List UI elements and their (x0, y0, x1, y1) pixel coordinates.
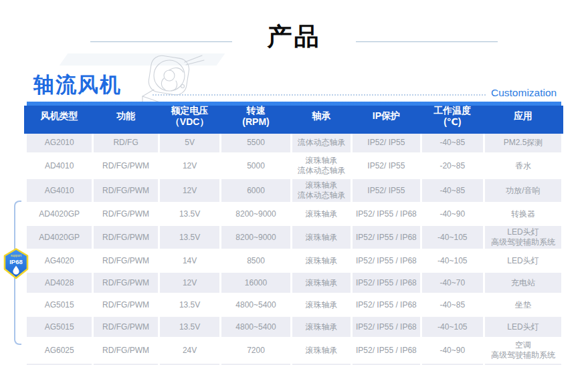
cell-temp: -40~85 (422, 179, 484, 202)
cell-app: 坐垫 (485, 295, 561, 315)
cell-app: 充电站 (485, 273, 561, 293)
column-header-application: 应用 (485, 110, 561, 122)
customization-link[interactable]: Customization (491, 87, 557, 99)
cell-func: RD/FG/PWM (94, 317, 157, 337)
cell-voltage: 24V (160, 339, 220, 362)
badge-support-label: support (11, 254, 22, 257)
cell-temp: -40~105 (422, 251, 484, 271)
cell-bearing: 滚珠轴承 (292, 204, 351, 224)
column-header-function: 功能 (94, 110, 157, 122)
table-header-row: 风机类型 功能 额定电压 （VDC） 转速 (RPM) 轴承 IP保护 工作温度… (27, 102, 561, 130)
dotted-divider (153, 94, 486, 96)
cell-app: LED头灯 (485, 317, 561, 337)
column-header-voltage: 额定电压 （VDC） (160, 105, 220, 128)
cell-bearing: 滚珠轴承 (292, 339, 351, 362)
cell-voltage: 13.5V (160, 204, 220, 224)
cell-ip: IP52/ IP55 / IP68 (353, 273, 419, 293)
product-table: 风机类型 功能 额定电压 （VDC） 转速 (RPM) 轴承 IP保护 工作温度… (27, 102, 561, 365)
table-row: AD4020GPRD/FG/PWM13.5V8200~9000滚珠轴承IP52/… (27, 204, 561, 224)
cell-func: RD/FG/PWM (94, 154, 157, 177)
cell-app: LED头灯 (485, 251, 561, 271)
column-header-bearing: 轴承 (292, 110, 351, 122)
cell-ip: IP52/ IP55 / IP68 (353, 339, 419, 362)
cell-bearing: 滚珠轴承 (292, 317, 351, 337)
cell-voltage: 13.5V (160, 317, 220, 337)
cell-temp: -40~85 (422, 295, 484, 315)
column-header-temperature: 工作温度 (℃) (422, 105, 484, 128)
cell-func: RD/FG/PWM (94, 273, 157, 293)
cell-type: AG5015 (27, 295, 92, 315)
table-row: AG2010RD/FG5V5500流体动态轴承IP52/ IP55-40~85P… (27, 132, 561, 152)
cell-ip: IP52/ IP55 / IP68 (353, 204, 419, 224)
cell-ip: IP52/ IP55 / IP68 (353, 226, 419, 249)
cell-bearing: 滚珠轴承 (292, 251, 351, 271)
cell-ip: IP52/ IP55 / IP68 (353, 317, 419, 337)
cell-app: 香水 (485, 154, 561, 177)
cell-func: RD/FG/PWM (94, 226, 157, 249)
column-header-rpm: 转速 (RPM) (221, 105, 290, 128)
cell-type: AG4020 (27, 251, 92, 271)
cell-bearing: 滚珠轴承 流体动态轴承 (292, 179, 351, 202)
cell-ip: IP52/ IP55 / IP68 (353, 251, 419, 271)
cell-temp: -40~90 (422, 339, 484, 362)
cell-bearing: 滚珠轴承 (292, 273, 351, 293)
section-title: 轴流风机 (33, 72, 122, 97)
cell-rpm: 5000 (221, 154, 290, 177)
cell-rpm: 6000 (221, 179, 290, 202)
cell-type: AD4020GP (27, 204, 92, 224)
cell-type: AG6025 (27, 339, 92, 362)
badge-ip68-label: IP68 (9, 258, 23, 265)
table-row: AD4020GPRD/FG/PWM13.5V8200~9000滚珠轴承IP52/… (27, 226, 561, 249)
table-row: AD4028RD/FG/PWM12V16000滚珠轴承IP52/ IP55 / … (27, 273, 561, 293)
cell-rpm: 16000 (221, 273, 290, 293)
cell-app: 功放/音响 (485, 179, 561, 202)
cell-rpm: 5500 (221, 132, 290, 152)
table-row: AG4020RD/FG/PWM14V8500滚珠轴承IP52/ IP55 / I… (27, 251, 561, 271)
table-row: AD4010RD/FG/PWM12V5000滚珠轴承 流体动态轴承IP52/ I… (27, 154, 561, 177)
cell-type: AD4028 (27, 273, 92, 293)
cell-voltage: 14V (160, 251, 220, 271)
cell-bearing: 滚珠轴承 (292, 226, 351, 249)
cell-rpm: 8200~9000 (221, 204, 290, 224)
table-row: AG5015RD/FG/PWM13.5V4800~5400滚珠轴承IP52/ I… (27, 295, 561, 315)
cell-voltage: 12V (160, 179, 220, 202)
cell-func: RD/FG/PWM (94, 339, 157, 362)
cell-type: AD4010 (27, 154, 92, 177)
cell-voltage: 5V (160, 132, 220, 152)
cell-voltage: 12V (160, 273, 220, 293)
cell-func: RD/FG/PWM (94, 295, 157, 315)
cell-ip: IP52/ IP55 / IP68 (353, 295, 419, 315)
cell-temp: -40~90 (422, 204, 484, 224)
cell-type: AG4010 (27, 179, 92, 202)
cell-type: AD4020GP (27, 226, 92, 249)
cell-ip: IP52/ IP55 (353, 154, 419, 177)
cell-voltage: 13.5V (160, 295, 220, 315)
table-row: AG4010RD/FG/PWM12V6000滚珠轴承 流体动态轴承IP52/ I… (27, 179, 561, 202)
title-divider-right (356, 41, 498, 42)
cell-type: AG5015 (27, 317, 92, 337)
cell-voltage: 12V (160, 154, 220, 177)
cell-bearing: 滚珠轴承 (292, 295, 351, 315)
cell-temp: -40~105 (422, 317, 484, 337)
cell-bearing: 滚珠轴承 流体动态轴承 (292, 154, 351, 177)
cell-voltage: 13.5V (160, 226, 220, 249)
cell-ip: IP52/ IP55 (353, 132, 419, 152)
cell-type: AG2010 (27, 132, 92, 152)
cell-app: PM2.5探测 (485, 132, 561, 152)
page-title: 产品 (0, 24, 588, 49)
cell-rpm: 7200 (221, 339, 290, 362)
table-row: AG6025RD/FG/PWM24V7200滚珠轴承IP52/ IP55 / I… (27, 339, 561, 362)
cell-func: RD/FG/PWM (94, 251, 157, 271)
cell-temp: -20~85 (422, 154, 484, 177)
cell-rpm: 4800~5400 (221, 295, 290, 315)
column-header-ip: IP保护 (353, 110, 419, 122)
cell-app: 转换器 (485, 204, 561, 224)
ip68-badge: support IP68 (3, 248, 29, 279)
column-header-fan-type: 风机类型 (27, 110, 92, 122)
cell-temp: -40~70 (422, 273, 484, 293)
table-body: AG2010RD/FG5V5500流体动态轴承IP52/ IP55-40~85P… (27, 132, 561, 365)
cell-temp: -40~105 (422, 226, 484, 249)
table-row: AG5015RD/FG/PWM13.5V4800~5400滚珠轴承IP52/ I… (27, 317, 561, 337)
cell-func: RD/FG/PWM (94, 179, 157, 202)
cell-func: RD/FG/PWM (94, 204, 157, 224)
